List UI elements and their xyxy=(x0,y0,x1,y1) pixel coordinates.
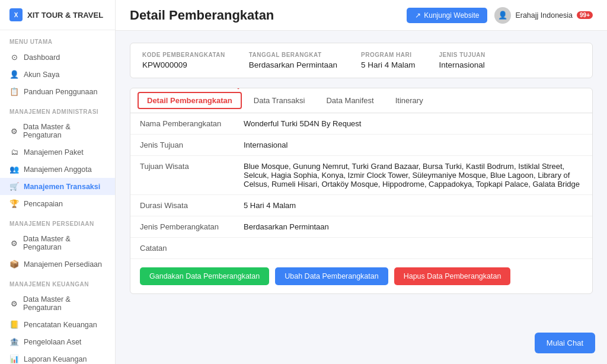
row-label: Tujuan Wisata xyxy=(130,156,234,195)
duplicate-button[interactable]: Gandakan Data Pemberangkatan xyxy=(140,267,269,285)
table-row: Jenis PemberangkatanBerdasarkan Perminta… xyxy=(130,216,592,238)
sidebar-item-dashboard[interactable]: ⊙Dashboard xyxy=(0,49,115,66)
menu-icon: 🏆 xyxy=(9,199,19,208)
row-value: Berdasarkan Permintaan xyxy=(234,216,592,238)
menu-icon: ⊙ xyxy=(9,53,19,62)
row-label: Jenis Tujuan xyxy=(130,135,234,156)
menu-icon: 📒 xyxy=(9,320,19,329)
edit-button[interactable]: Ubah Data Pemberangkatan xyxy=(275,267,388,285)
topbar: Detail Pemberangkatan ↗ Kunjungi Website… xyxy=(116,0,607,31)
sidebar-item-laporan-keuangan[interactable]: 📊Laporan Keuangan xyxy=(0,350,115,364)
table-row: Durasi Wisata5 Hari 4 Malam xyxy=(130,195,592,216)
sidebar-item-label: Pengelolaan Aset xyxy=(24,338,81,346)
sidebar-item-label: Data Master & Pengaturan xyxy=(23,123,106,139)
info-field: JENIS TUJUANInternasional xyxy=(439,52,485,69)
notification-badge: 99+ xyxy=(577,11,593,19)
info-bar: KODE PEMBERANGKATANKPW000009TANGGAL BERA… xyxy=(130,43,593,78)
main-content: Detail Pemberangkatan ↗ Kunjungi Website… xyxy=(116,0,607,364)
sidebar-section-title: MANAJEMEN PERSEDIAAN xyxy=(0,212,115,231)
delete-button[interactable]: Hapus Data Pemberangkatan xyxy=(394,267,511,285)
detail-table: Nama PemberangkatanWonderful Turki 5D4N … xyxy=(130,113,592,258)
action-buttons: Gandakan Data Pemberangkatan Ubah Data P… xyxy=(130,258,592,293)
row-value: 5 Hari 4 Malam xyxy=(234,195,592,216)
sidebar-item-manajemen-anggota[interactable]: 👥Manajemen Anggota xyxy=(0,161,115,178)
info-value: Internasional xyxy=(439,60,485,69)
tab-transaksi[interactable]: Data Transaksi xyxy=(243,88,316,113)
menu-icon: 📊 xyxy=(9,355,19,363)
sidebar-sections: MENU UTAMA⊙Dashboard👤Akun Saya📋Panduan P… xyxy=(0,30,115,364)
sidebar-item-label: Akun Saya xyxy=(24,71,59,79)
info-label: PROGRAM HARI xyxy=(361,52,416,58)
visit-website-button[interactable]: ↗ Kunjungi Website xyxy=(407,8,487,23)
sidebar-item-data-master-keuangan[interactable]: ⚙Data Master & Pengaturan xyxy=(0,291,115,316)
table-row: Nama PemberangkatanWonderful Turki 5D4N … xyxy=(130,113,592,135)
menu-icon: 👤 xyxy=(9,70,19,79)
sidebar-item-pencatatan-keuangan[interactable]: 📒Pencatatan Keuangan xyxy=(0,316,115,333)
row-value: Wonderful Turki 5D4N By Request xyxy=(234,113,592,135)
sidebar-item-manajemen-persediaan[interactable]: 📦Manajemen Persediaan xyxy=(0,256,115,273)
sidebar-logo[interactable]: X XIT TOUR & TRAVEL xyxy=(0,0,115,30)
info-field: TANGGAL BERANGKATBerdasarkan Permintaan xyxy=(249,52,337,69)
menu-icon: 📋 xyxy=(9,87,19,96)
sidebar-item-data-master-admin[interactable]: ⚙Data Master & Pengaturan xyxy=(0,119,115,143)
sidebar-item-label: Dashboard xyxy=(24,53,60,62)
info-value: Berdasarkan Permintaan xyxy=(249,60,337,69)
table-row: Jenis TujuanInternasional xyxy=(130,135,592,156)
logo-icon: X xyxy=(9,8,23,21)
table-row: Tujuan WisataBlue Mosque, Gunung Nemrut,… xyxy=(130,156,592,195)
sidebar-item-akun-saya[interactable]: 👤Akun Saya xyxy=(0,66,115,83)
row-value xyxy=(234,238,592,259)
sidebar-item-manajemen-transaksi[interactable]: 🛒Manajemen Transaksi xyxy=(0,178,115,195)
row-label: Catatan xyxy=(130,238,234,259)
info-field: KODE PEMBERANGKATANKPW000009 xyxy=(142,52,225,69)
sidebar-item-label: Data Master & Pengaturan xyxy=(23,295,106,312)
website-button-label: Kunjungi Website xyxy=(424,11,479,20)
sidebar-section-title: MANAJEMEN KEUANGAN xyxy=(0,273,115,291)
logo-text: XIT TOUR & TRAVEL xyxy=(27,11,103,20)
info-label: JENIS TUJUAN xyxy=(439,52,485,58)
row-label: Nama Pemberangkatan xyxy=(130,113,234,135)
sidebar: X XIT TOUR & TRAVEL MENU UTAMA⊙Dashboard… xyxy=(0,0,116,364)
row-label: Durasi Wisata xyxy=(130,195,234,216)
info-label: KODE PEMBERANGKATAN xyxy=(142,52,225,58)
sidebar-item-pengelolaan-aset[interactable]: 🏦Pengelolaan Aset xyxy=(0,333,115,350)
menu-icon: 🏦 xyxy=(9,337,19,346)
sidebar-item-label: Panduan Penggunaan xyxy=(24,88,97,96)
detail-card: Detail PemberangkatanData TransaksiData … xyxy=(130,88,593,294)
avatar: 👤 xyxy=(494,7,511,24)
menu-icon: ⚙ xyxy=(9,127,18,136)
menu-icon: ⚙ xyxy=(9,239,18,248)
sidebar-item-label: Manajemen Paket xyxy=(24,148,84,157)
sidebar-item-data-master-persediaan[interactable]: ⚙Data Master & Pengaturan xyxy=(0,231,115,256)
sidebar-item-pencapaian[interactable]: 🏆Pencapaian xyxy=(0,195,115,212)
menu-icon: 👥 xyxy=(9,165,19,174)
menu-icon: ⚙ xyxy=(9,299,18,308)
user-info[interactable]: 👤 Erahajj Indonesia 99+ xyxy=(494,7,593,24)
sidebar-item-panduan[interactable]: 📋Panduan Penggunaan xyxy=(0,83,115,100)
sidebar-item-label: Pencatatan Keuangan xyxy=(24,321,97,329)
tab-itinerary[interactable]: Itinerary xyxy=(385,88,434,113)
content-area: KODE PEMBERANGKATANKPW000009TANGGAL BERA… xyxy=(116,31,607,364)
table-row: Catatan xyxy=(130,238,592,259)
external-link-icon: ↗ xyxy=(415,11,421,20)
row-value: Blue Mosque, Gunung Nemrut, Turki Grand … xyxy=(234,156,592,195)
menu-icon: 🗂 xyxy=(9,148,19,157)
tab-manifest[interactable]: Data Manifest xyxy=(315,88,384,113)
info-value: KPW000009 xyxy=(142,60,225,69)
tab-detail[interactable]: Detail Pemberangkatan xyxy=(138,92,242,109)
sidebar-item-label: Manajemen Persediaan xyxy=(24,260,102,269)
row-value: Internasional xyxy=(234,135,592,156)
info-field: PROGRAM HARI5 Hari 4 Malam xyxy=(361,52,416,69)
menu-icon: 🛒 xyxy=(9,182,19,191)
info-label: TANGGAL BERANGKAT xyxy=(249,52,337,58)
tabs-bar: Detail PemberangkatanData TransaksiData … xyxy=(130,88,592,113)
menu-icon: 📦 xyxy=(9,260,19,269)
sidebar-item-label: Laporan Keuangan xyxy=(24,355,87,363)
row-label: Jenis Pemberangkatan xyxy=(130,216,234,238)
sidebar-item-label: Data Master & Pengaturan xyxy=(23,235,106,251)
sidebar-item-manajemen-paket[interactable]: 🗂Manajemen Paket xyxy=(0,143,115,161)
info-value: 5 Hari 4 Malam xyxy=(361,60,416,69)
sidebar-section-title: MENU UTAMA xyxy=(0,30,115,49)
page-title: Detail Pemberangkatan xyxy=(130,8,274,23)
chat-button[interactable]: Mulai Chat xyxy=(535,333,595,353)
